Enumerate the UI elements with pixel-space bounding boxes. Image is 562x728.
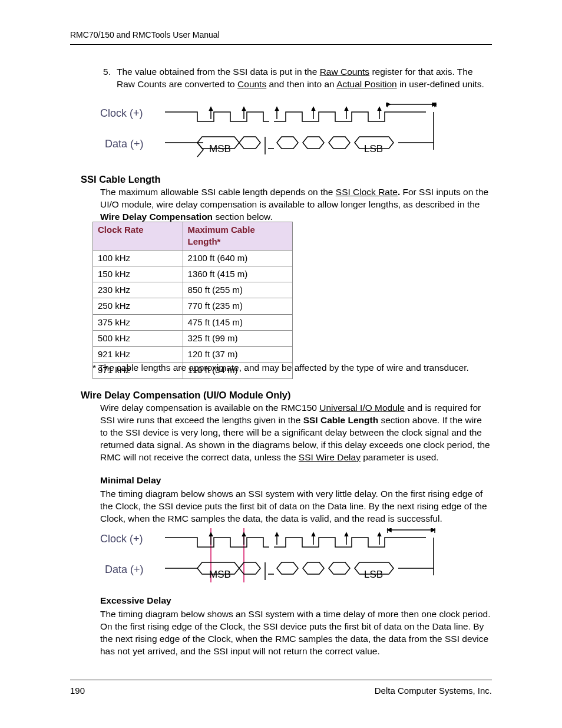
ssi-cable-paragraph: The maximum allowable SSI cable length d… — [100, 186, 492, 223]
timing-svg: MSB LSB — [165, 103, 442, 162]
link-counts[interactable]: Counts — [237, 79, 266, 89]
cable-footnote: * The cable lengths are approximate, and… — [92, 362, 492, 374]
cell-clock-rate: 500 kHz — [93, 330, 183, 346]
heading-ssi-cable-length: SSI Cable Length — [81, 173, 492, 186]
cell-max-cable: 325 ft (99 m) — [183, 330, 292, 346]
cell-max-cable: 770 ft (235 m) — [183, 298, 292, 314]
cell-max-cable: 1360 ft (415 m) — [183, 266, 292, 282]
list-number: 5. — [100, 66, 111, 91]
label-msb: MSB — [209, 143, 231, 154]
cell-clock-rate: 230 kHz — [93, 282, 183, 298]
excessive-delay-paragraph: The timing diagram below shows an SSI sy… — [100, 608, 492, 658]
heading-excessive-delay: Excessive Delay — [100, 595, 492, 607]
th-clock-rate: Clock Rate — [93, 222, 183, 251]
footer-rule — [70, 680, 492, 680]
heading-minimal-delay: Minimal Delay — [100, 475, 492, 487]
cell-max-cable: 2100 ft (640 m) — [183, 250, 292, 266]
cell-max-cable: 120 ft (37 m) — [183, 347, 292, 363]
link-ssi-wire-delay[interactable]: SSI Wire Delay — [299, 452, 361, 462]
cell-clock-rate: 150 kHz — [93, 266, 183, 282]
list-text: The value obtained from the SSI data is … — [117, 66, 492, 91]
link-raw-counts[interactable]: Raw Counts — [320, 67, 369, 77]
timing-diagram-basic: Clock (+) Data (+) — [100, 103, 442, 162]
table-row: 100 kHz2100 ft (640 m) — [93, 250, 293, 266]
list-item-5: 5. The value obtained from the SSI data … — [100, 66, 492, 91]
minimal-delay-paragraph: The timing diagram below shows an SSI sy… — [100, 488, 492, 525]
timing-diagram-minimal-delay: Clock (+) Data (+) — [100, 528, 442, 587]
link-ssi-clock-rate[interactable]: SSI Clock Rate — [336, 187, 398, 197]
table-row: 921 kHz120 ft (37 m) — [93, 347, 293, 363]
footer-company: Delta Computer Systems, Inc. — [375, 685, 492, 697]
cell-clock-rate: 375 kHz — [93, 314, 183, 330]
cell-clock-rate: 921 kHz — [93, 347, 183, 363]
running-header: RMC70/150 and RMCTools User Manual — [70, 29, 220, 41]
page-number: 190 — [70, 685, 85, 697]
link-actual-position[interactable]: Actual Position — [336, 79, 397, 89]
table-row: 250 kHz770 ft (235 m) — [93, 298, 293, 314]
label-clock: Clock (+) — [100, 532, 143, 546]
table-row: 230 kHz850 ft (255 m) — [93, 282, 293, 298]
cell-clock-rate: 250 kHz — [93, 298, 183, 314]
label-lsb: LSB — [364, 569, 383, 580]
label-lsb: LSB — [364, 143, 383, 154]
cell-max-cable: 850 ft (255 m) — [183, 282, 292, 298]
heading-wire-delay: Wire Delay Compensation (UI/O Module Onl… — [81, 388, 492, 401]
header-rule — [70, 44, 492, 45]
table-row: 150 kHz1360 ft (415 m) — [93, 266, 293, 282]
table-row: 375 kHz475 ft (145 m) — [93, 314, 293, 330]
label-data: Data (+) — [105, 562, 144, 577]
label-clock: Clock (+) — [100, 106, 143, 120]
cell-clock-rate: 100 kHz — [93, 250, 183, 266]
label-data: Data (+) — [105, 137, 144, 151]
cell-max-cable: 475 ft (145 m) — [183, 314, 292, 330]
table-row: 500 kHz325 ft (99 m) — [93, 330, 293, 346]
label-msb: MSB — [209, 569, 231, 580]
wire-delay-paragraph: Wire delay compensation is available on … — [100, 402, 492, 464]
th-max-cable: Maximum Cable Length* — [183, 222, 292, 251]
link-uio-module[interactable]: Universal I/O Module — [319, 403, 405, 413]
timing-svg: MSB LSB — [165, 528, 442, 587]
cable-length-table: Clock Rate Maximum Cable Length* 100 kHz… — [92, 222, 293, 379]
